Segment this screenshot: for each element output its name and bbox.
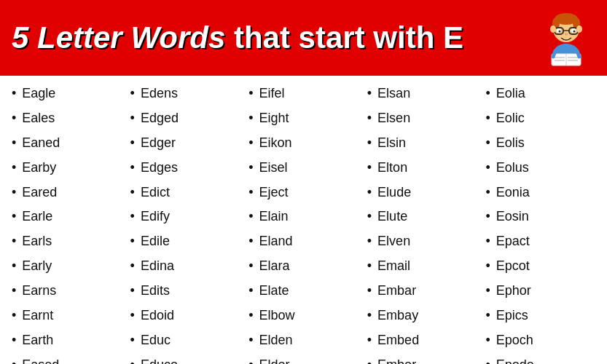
word-item: •Embar (363, 279, 482, 304)
word-item: •Eagle (7, 82, 126, 106)
word-text: Earle (22, 207, 52, 227)
word-text: Email (377, 256, 410, 277)
bullet-icon: • (130, 133, 135, 154)
word-text: Eales (22, 108, 55, 129)
word-item: •Edens (126, 82, 245, 106)
bullet-icon: • (248, 133, 253, 154)
word-column-col5: •Eolia•Eolic•Eolis•Eolus•Eonia•Eosin•Epa… (481, 82, 600, 364)
bullet-icon: • (367, 183, 372, 203)
word-text: Earls (22, 232, 52, 252)
page-title: 5 Letter Words that start with E (12, 21, 463, 55)
word-text: Eonia (496, 183, 530, 203)
word-text: Epact (496, 232, 530, 252)
word-item: •Elder (244, 353, 363, 364)
word-item: •Early (7, 254, 126, 279)
word-item: •Eisel (244, 156, 363, 181)
bullet-icon: • (12, 133, 16, 154)
word-text: Elder (259, 355, 290, 364)
word-text: Elute (377, 207, 407, 227)
word-text: Eolus (496, 158, 529, 178)
bullet-icon: • (367, 331, 372, 351)
bullet-icon: • (12, 183, 16, 203)
bullet-icon: • (12, 331, 16, 351)
bullet-icon: • (130, 306, 135, 326)
word-item: •Elsin (363, 131, 482, 156)
bullet-icon: • (12, 84, 16, 104)
word-item: •Ember (363, 353, 482, 364)
word-item: •Eolis (481, 131, 600, 156)
word-text: Edict (141, 183, 170, 203)
bullet-icon: • (12, 355, 16, 364)
word-text: Edile (141, 232, 170, 252)
bullet-icon: • (485, 108, 490, 129)
word-item: •Earth (7, 328, 126, 353)
word-text: Embed (377, 331, 419, 351)
bullet-icon: • (248, 84, 253, 104)
word-item: •Eight (244, 106, 363, 131)
bullet-icon: • (367, 133, 372, 154)
svg-point-14 (576, 25, 582, 33)
word-text: Ephor (496, 281, 531, 301)
bullet-icon: • (130, 84, 135, 104)
word-column-col4: •Elsan•Elsen•Elsin•Elton•Elude•Elute•Elv… (363, 82, 482, 364)
word-text: Earth (22, 331, 53, 351)
word-text: Eject (259, 183, 289, 203)
mascot-icon (537, 9, 595, 67)
word-text: Educe (141, 355, 178, 364)
word-item: •Earby (7, 156, 126, 181)
title-bold: 5 Letter Words (12, 20, 225, 55)
word-item: •Eolus (481, 156, 600, 181)
word-item: •Eolia (481, 82, 600, 106)
word-item: •Eosin (481, 205, 600, 229)
word-item: •Eject (244, 181, 363, 205)
word-text: Elain (259, 207, 289, 227)
word-text: Elden (259, 331, 293, 351)
word-item: •Embay (363, 304, 482, 328)
bullet-icon: • (485, 232, 490, 252)
bullet-icon: • (367, 158, 372, 178)
bullet-icon: • (130, 232, 135, 252)
bullet-icon: • (130, 207, 135, 227)
bullet-icon: • (485, 84, 490, 104)
page-header: 5 Letter Words that start with E (0, 0, 607, 76)
bullet-icon: • (485, 183, 490, 203)
word-item: •Educ (126, 328, 245, 353)
word-item: •Epics (481, 304, 600, 328)
word-text: Elsin (377, 133, 406, 154)
word-item: •Eonia (481, 181, 600, 205)
word-item: •Elven (363, 229, 482, 254)
word-text: Eisel (259, 158, 288, 178)
word-text: Elate (259, 281, 289, 301)
word-item: •Eland (244, 229, 363, 254)
bullet-icon: • (130, 108, 135, 129)
bullet-icon: • (485, 281, 490, 301)
svg-line-22 (577, 51, 579, 57)
word-text: Eased (22, 355, 59, 364)
bullet-icon: • (12, 207, 16, 227)
svg-point-10 (559, 31, 561, 33)
word-item: •Epact (481, 229, 600, 254)
word-text: Eland (259, 232, 293, 252)
word-item: •Embed (363, 328, 482, 353)
word-item: •Elara (244, 254, 363, 279)
word-text: Elsen (377, 108, 410, 129)
word-text: Eagle (22, 84, 55, 104)
bullet-icon: • (12, 158, 16, 178)
word-item: •Epode (481, 353, 600, 364)
bullet-icon: • (130, 355, 135, 364)
bullet-icon: • (485, 331, 490, 351)
word-item: •Elude (363, 181, 482, 205)
word-text: Elven (377, 232, 410, 252)
word-item: •Edile (126, 229, 245, 254)
word-text: Eolis (496, 133, 525, 154)
bullet-icon: • (248, 355, 253, 364)
word-item: •Earle (7, 205, 126, 229)
bullet-icon: • (248, 232, 253, 252)
bullet-icon: • (130, 183, 135, 203)
word-item: •Eales (7, 106, 126, 131)
word-item: •Earns (7, 279, 126, 304)
word-text: Edina (141, 256, 174, 277)
word-item: •Eased (7, 353, 126, 364)
word-text: Ember (377, 355, 416, 364)
word-item: •Epcot (481, 254, 600, 279)
